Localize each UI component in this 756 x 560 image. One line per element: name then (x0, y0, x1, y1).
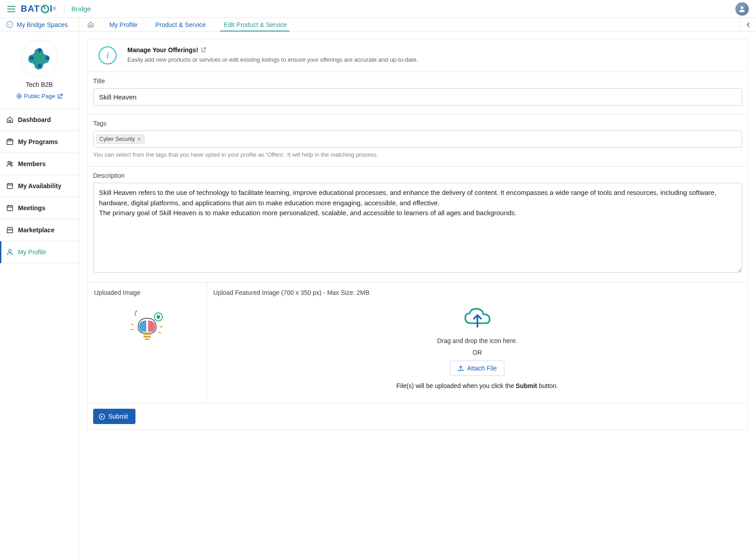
breadcrumb: My Profile Product & Service Edit Produc… (79, 18, 756, 32)
public-page-link[interactable]: Public Page (16, 93, 62, 99)
description-textarea[interactable] (93, 183, 742, 273)
external-link-icon (57, 94, 63, 99)
upload-note: File(s) will be uploaded when you click … (213, 382, 741, 389)
nav-dashboard[interactable]: Dashboard (0, 109, 79, 131)
app-name[interactable]: Bridge (72, 5, 91, 13)
users-icon (6, 160, 14, 167)
svg-rect-10 (7, 184, 13, 189)
calendar-check-icon (6, 204, 14, 212)
external-link-icon[interactable] (201, 47, 206, 53)
svg-point-5 (29, 56, 34, 60)
home-icon (87, 21, 94, 28)
uploaded-image-label: Uploaded Image (94, 289, 200, 296)
svg-point-14 (157, 315, 160, 319)
back-arrow-icon (6, 21, 13, 28)
folder-icon (6, 138, 14, 145)
svg-point-9 (10, 162, 12, 164)
store-icon (6, 226, 14, 234)
uploaded-image-thumbnail (125, 303, 170, 343)
brand-logo[interactable]: BATI® (21, 4, 57, 14)
description-label: Description (93, 172, 742, 179)
attach-file-button[interactable]: Attach File (450, 361, 504, 376)
org-name: Tech B2B (0, 81, 79, 88)
upload-icon (458, 365, 464, 371)
upload-cloud-icon (462, 305, 493, 330)
svg-rect-11 (7, 206, 13, 211)
nav-availability[interactable]: My Availability (0, 175, 79, 197)
org-logo (21, 40, 58, 77)
nav-marketplace[interactable]: Marketplace (0, 219, 79, 241)
breadcrumb-home[interactable] (79, 18, 102, 31)
user-avatar[interactable] (735, 2, 749, 16)
svg-point-2 (37, 48, 42, 53)
svg-point-1 (741, 6, 743, 9)
menu-toggle[interactable] (7, 6, 15, 12)
tags-help: You can select from the tags that you ha… (93, 151, 742, 158)
banner-title: Manage Your Offerings! (127, 46, 206, 54)
svg-point-12 (9, 249, 11, 252)
tag-chip: Cyber Security ✕ (96, 135, 144, 144)
svg-point-8 (8, 162, 10, 164)
svg-point-3 (45, 56, 50, 60)
upload-label: Upload Featured Image (700 x 350 px) - M… (213, 289, 741, 296)
nav-members[interactable]: Members (0, 153, 79, 175)
calendar-icon (6, 182, 14, 190)
svg-rect-7 (7, 140, 13, 145)
or-text: OR (213, 349, 741, 356)
breadcrumb-edit-product[interactable]: Edit Product & Service (216, 18, 297, 31)
breadcrumb-product-service[interactable]: Product & Service (148, 18, 216, 31)
back-label: My Bridge Spaces (17, 21, 68, 28)
svg-rect-17 (145, 339, 149, 340)
svg-rect-15 (144, 333, 151, 335)
public-page-label: Public Page (24, 93, 55, 99)
back-to-spaces[interactable]: My Bridge Spaces (0, 18, 79, 32)
user-icon (6, 248, 14, 256)
tags-input[interactable]: Cyber Security ✕ (93, 131, 742, 148)
submit-arrow-icon (99, 413, 105, 420)
svg-point-4 (37, 64, 42, 68)
collapse-panel-button[interactable] (740, 18, 756, 31)
breadcrumb-my-profile[interactable]: My Profile (102, 18, 148, 31)
title-label: Title (93, 77, 742, 85)
home-icon (6, 116, 14, 123)
drop-zone-text: Drag and drop the icon here. (213, 337, 741, 344)
banner-desc: Easily add new products or services or e… (127, 56, 418, 63)
title-input[interactable] (93, 88, 742, 106)
nav-programs[interactable]: My Programs (0, 131, 79, 153)
tag-remove-button[interactable]: ✕ (137, 136, 141, 142)
nav-meetings[interactable]: Meetings (0, 197, 79, 219)
svg-rect-16 (144, 336, 151, 338)
chevron-left-icon (746, 22, 751, 27)
globe-icon (16, 93, 22, 99)
tags-label: Tags (93, 120, 742, 127)
info-icon: i (99, 46, 117, 64)
nav-my-profile[interactable]: My Profile (0, 241, 79, 263)
submit-button[interactable]: Submit (93, 409, 135, 424)
